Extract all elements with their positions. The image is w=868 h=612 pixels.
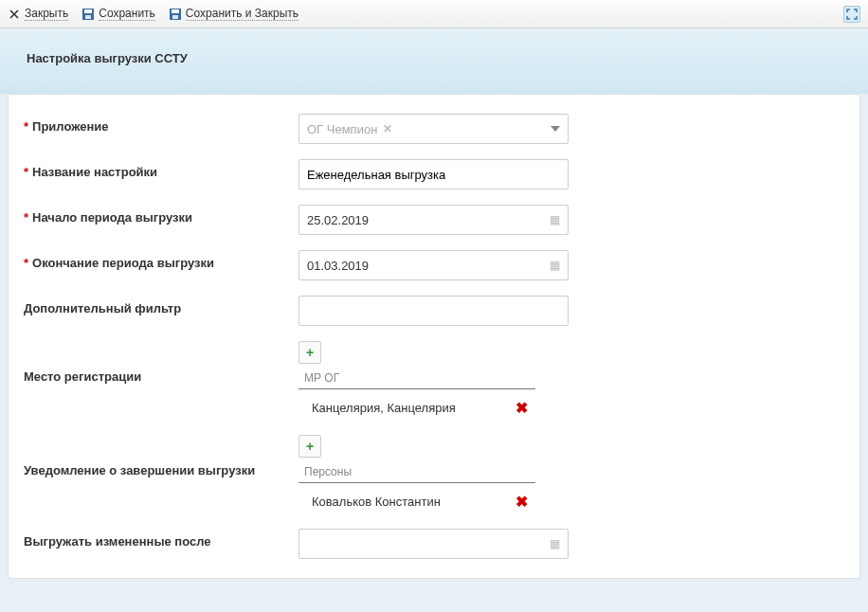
save-icon <box>81 8 95 21</box>
form-panel: *Приложение ОГ Чемпион ✕ *Название настр… <box>8 94 860 579</box>
plus-icon: + <box>306 345 314 360</box>
row-period-end: *Окончание периода выгрузки 01.03.2019 ▦ <box>24 250 844 280</box>
label-name: *Название настройки <box>24 159 298 179</box>
delete-notify-button[interactable]: ✖ <box>513 493 530 510</box>
row-changed-after: Выгружать измененные после ▦ <box>24 529 844 559</box>
delete-reg-place-button[interactable]: ✖ <box>513 399 530 416</box>
close-icon <box>8 8 21 21</box>
delete-icon: ✖ <box>515 493 528 511</box>
period-start-value: 25.02.2019 <box>307 213 369 227</box>
close-label: Закрыть <box>25 7 68 21</box>
name-input[interactable] <box>298 159 569 189</box>
reg-place-table: МР ОГ Канцелярия, Канцелярия ✖ <box>298 368 535 420</box>
app-select[interactable]: ОГ Чемпион ✕ <box>298 114 569 144</box>
label-extra-filter: Дополнительный фильтр <box>24 296 298 315</box>
save-label: Сохранить <box>99 7 155 21</box>
header-section: Настройка выгрузки ССТУ <box>0 28 868 94</box>
period-end-input[interactable]: 01.03.2019 ▦ <box>298 250 569 280</box>
page-title: Настройка выгрузки ССТУ <box>27 51 841 65</box>
save-close-icon <box>169 8 182 21</box>
row-app: *Приложение ОГ Чемпион ✕ <box>24 114 844 144</box>
svg-rect-4 <box>85 15 91 19</box>
delete-icon: ✖ <box>515 399 528 417</box>
reg-place-row: Канцелярия, Канцелярия ✖ <box>298 389 535 420</box>
reg-place-col-header: МР ОГ <box>298 368 535 389</box>
svg-rect-7 <box>172 15 178 19</box>
notify-table: Персоны Ковальков Константин ✖ <box>298 461 535 513</box>
row-reg-place: Место регистрации + МР ОГ Канцелярия, Ка… <box>24 341 844 420</box>
toolbar: Закрыть Сохранить Сохранить и Закрыть <box>0 0 868 28</box>
row-name: *Название настройки <box>24 159 844 189</box>
expand-button[interactable] <box>843 6 860 23</box>
chevron-down-icon <box>551 126 560 132</box>
calendar-icon[interactable]: ▦ <box>550 213 560 226</box>
plus-icon: + <box>306 439 314 454</box>
period-start-input[interactable]: 25.02.2019 ▦ <box>298 205 569 235</box>
clear-icon[interactable]: ✕ <box>383 122 392 135</box>
label-notify: Уведомление о завершении выгрузки <box>24 435 298 477</box>
period-end-value: 01.03.2019 <box>307 259 369 273</box>
row-extra-filter: Дополнительный фильтр <box>24 296 844 326</box>
add-notify-button[interactable]: + <box>298 435 321 458</box>
add-reg-place-button[interactable]: + <box>298 341 321 364</box>
label-period-end: *Окончание периода выгрузки <box>24 250 298 270</box>
label-period-start: *Начало периода выгрузки <box>24 205 298 225</box>
changed-after-input[interactable]: ▦ <box>298 529 569 559</box>
notify-item: Ковальков Константин <box>312 495 441 509</box>
label-app: *Приложение <box>24 114 298 134</box>
svg-rect-6 <box>172 9 179 13</box>
save-close-label: Сохранить и Закрыть <box>186 7 298 21</box>
label-reg-place: Место регистрации <box>24 341 298 384</box>
save-button[interactable]: Сохранить <box>81 7 155 21</box>
svg-rect-3 <box>84 9 92 13</box>
calendar-icon[interactable]: ▦ <box>550 259 560 272</box>
app-select-value: ОГ Чемпион <box>307 122 377 136</box>
calendar-icon[interactable]: ▦ <box>550 537 560 550</box>
row-notify: Уведомление о завершении выгрузки + Перс… <box>24 435 844 513</box>
notify-row: Ковальков Константин ✖ <box>298 483 535 513</box>
save-close-button[interactable]: Сохранить и Закрыть <box>169 7 298 21</box>
expand-icon <box>846 9 858 20</box>
reg-place-item: Канцелярия, Канцелярия <box>312 401 456 415</box>
row-period-start: *Начало периода выгрузки 25.02.2019 ▦ <box>24 205 844 235</box>
extra-filter-input[interactable] <box>298 296 569 326</box>
label-changed-after: Выгружать измененные после <box>24 529 298 549</box>
close-button[interactable]: Закрыть <box>8 7 68 21</box>
notify-col-header: Персоны <box>298 461 535 483</box>
